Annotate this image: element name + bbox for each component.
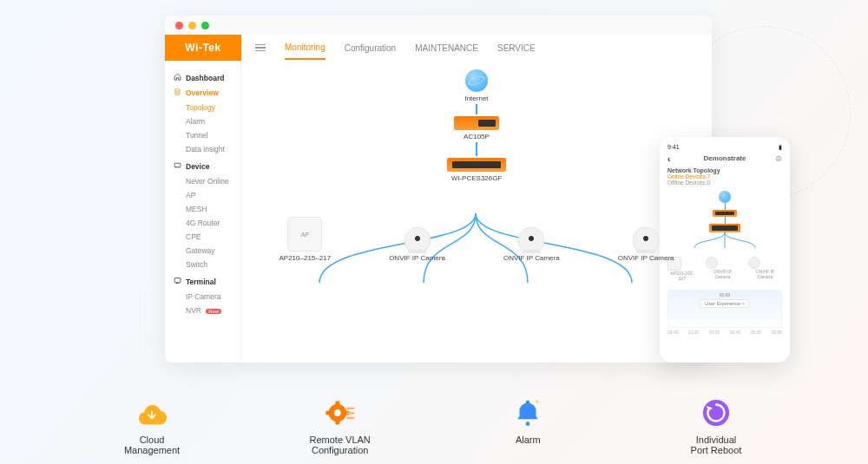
svg-rect-10 bbox=[346, 417, 355, 419]
sidebar-item-data-insight[interactable]: Data insight bbox=[174, 142, 240, 156]
refresh-icon bbox=[700, 396, 733, 429]
node-gateway[interactable]: AC105P bbox=[454, 116, 499, 141]
maximize-icon[interactable] bbox=[201, 22, 209, 29]
feature-row: Cloud Management Remote VLAN Configurati… bbox=[87, 396, 781, 455]
svg-rect-8 bbox=[346, 408, 355, 409]
svg-point-3 bbox=[334, 409, 341, 416]
node-switch[interactable]: WI-PCES326GF bbox=[447, 158, 506, 182]
node-label: ONVIF IP Camera bbox=[503, 254, 560, 262]
sidebar-item-ip-camera[interactable]: IP Camera bbox=[174, 290, 240, 304]
node-internet[interactable]: Internet bbox=[464, 69, 488, 102]
feature-alarm: Alarm bbox=[463, 396, 593, 455]
xaxis-tick: 21:20 bbox=[688, 330, 700, 335]
feature-vlan: Remote VLAN Configuration bbox=[275, 396, 405, 455]
sidebar-item-alarm[interactable]: Alarm bbox=[174, 114, 240, 128]
main-tabs: Monitoring Configuration MAINTENANCE SER… bbox=[241, 35, 536, 61]
node-label: ONVIF IP Camera bbox=[618, 254, 674, 262]
sidebar-label: Dashboard bbox=[186, 74, 224, 82]
sidebar-group-overview[interactable]: Overview bbox=[174, 88, 240, 97]
sidebar-label: Terminal bbox=[186, 278, 216, 286]
tab-maintenance[interactable]: MAINTENANCE bbox=[415, 37, 478, 59]
xaxis-tick: 02:40 bbox=[730, 330, 741, 335]
topology-canvas: Internet AC105P WI-PCES326GF AP bbox=[241, 61, 712, 363]
tab-configuration[interactable]: Configuration bbox=[345, 37, 396, 59]
window-titlebar bbox=[165, 16, 712, 35]
globe-icon bbox=[719, 191, 731, 203]
router-icon bbox=[454, 116, 499, 130]
gear-icon[interactable]: ⚙ bbox=[775, 154, 782, 163]
tab-monitoring[interactable]: Monitoring bbox=[285, 36, 326, 60]
sidebar-group-dashboard[interactable]: Dashboard bbox=[174, 73, 240, 82]
svg-rect-9 bbox=[346, 412, 355, 414]
sidebar-group-device[interactable]: Device bbox=[174, 161, 240, 171]
home-icon bbox=[174, 73, 181, 82]
feature-reboot: Individual Port Reboot bbox=[651, 396, 781, 455]
switch-icon bbox=[447, 158, 506, 172]
device-icon bbox=[174, 161, 181, 171]
node-label: AC105P bbox=[464, 133, 490, 141]
gear-icon bbox=[324, 396, 357, 429]
sidebar-item-cpe[interactable]: CPE bbox=[174, 230, 240, 244]
sidebar-label: Device bbox=[186, 162, 209, 171]
sidebar-group-terminal[interactable]: Terminal bbox=[174, 277, 240, 286]
phone-chart-xaxis: 18:40 21:20 00:00 02:40 05:20 08:00 bbox=[667, 330, 782, 335]
hamburger-icon[interactable] bbox=[255, 44, 266, 52]
phone-section: Network Topology bbox=[667, 167, 782, 173]
sidebar-item-4g-router[interactable]: 4G Router bbox=[174, 216, 240, 230]
phone-titlebar: ‹ Demonstrate ⚙ bbox=[667, 154, 782, 162]
router-icon bbox=[713, 210, 737, 217]
sidebar-item-switch[interactable]: Switch bbox=[174, 258, 240, 271]
sidebar-item-ap[interactable]: AP bbox=[174, 188, 240, 202]
node-ap[interactable]: AP AP210–215–217 bbox=[279, 217, 332, 262]
node-label: ONVIF IP Camera bbox=[389, 254, 445, 262]
sidebar-item-topology[interactable]: Topology bbox=[174, 101, 240, 114]
node-label: AP210–215–217 bbox=[279, 254, 332, 262]
logo: Wi‑Tek bbox=[165, 35, 241, 61]
phone-title: Demonstrate bbox=[704, 154, 746, 162]
camera-icon bbox=[748, 257, 760, 269]
sidebar-item-tunnel[interactable]: Tunnel bbox=[174, 128, 240, 142]
xaxis-tick: 18:40 bbox=[667, 330, 679, 335]
topology-link bbox=[725, 203, 726, 210]
sidebar: Dashboard Overview Topology Alarm Tunnel… bbox=[165, 61, 241, 363]
close-icon[interactable] bbox=[175, 22, 183, 29]
svg-rect-6 bbox=[326, 411, 330, 415]
node-label: WI-PCES326GF bbox=[451, 174, 503, 182]
sidebar-item-nvr[interactable]: NVR New bbox=[174, 304, 240, 317]
ap-icon: AP bbox=[287, 217, 322, 252]
feature-label: Remote VLAN Configuration bbox=[310, 435, 371, 455]
node-camera[interactable]: ONVIF IP Camera bbox=[503, 217, 560, 262]
camera-icon bbox=[628, 217, 663, 252]
camera-icon bbox=[514, 217, 549, 252]
topology-link bbox=[476, 142, 477, 156]
cloud-icon bbox=[135, 396, 168, 429]
globe-icon bbox=[465, 69, 488, 92]
sidebar-item-gateway[interactable]: Gateway bbox=[174, 244, 240, 258]
sidebar-label: Overview bbox=[186, 88, 219, 97]
node-label: ONVIF IP Camera bbox=[748, 269, 782, 279]
new-badge: New bbox=[206, 309, 221, 314]
svg-rect-5 bbox=[335, 421, 339, 425]
user-experience-button[interactable]: User Experience > bbox=[700, 299, 749, 308]
app-header: Wi‑Tek Monitoring Configuration MAINTENA… bbox=[165, 35, 712, 61]
feature-cloud: Cloud Management bbox=[87, 396, 217, 455]
back-icon[interactable]: ‹ bbox=[667, 154, 670, 164]
terminal-icon bbox=[174, 277, 181, 286]
node-label: ONVIF IP Camera bbox=[706, 269, 740, 279]
tab-service[interactable]: SERVICE bbox=[497, 37, 536, 59]
node-camera[interactable]: ONVIF IP Camera bbox=[618, 217, 674, 262]
xaxis-tick: 00:00 bbox=[709, 330, 720, 335]
sidebar-item-mesh[interactable]: MESH bbox=[174, 202, 240, 216]
app-window: Wi‑Tek Monitoring Configuration MAINTENA… bbox=[165, 16, 712, 363]
feature-label: Alarm bbox=[516, 435, 541, 445]
sidebar-item-never-online[interactable]: Never Online bbox=[174, 174, 240, 188]
node-label: Internet bbox=[464, 95, 488, 102]
layers-icon bbox=[174, 88, 181, 97]
node-camera[interactable]: ONVIF IP Camera bbox=[389, 217, 445, 262]
phone-time: 9:41 bbox=[667, 144, 680, 151]
camera-icon bbox=[400, 217, 435, 252]
topology-link bbox=[476, 104, 477, 114]
feature-label: Cloud Management bbox=[124, 435, 180, 455]
node-label: AP210-215-217 bbox=[667, 271, 697, 281]
minimize-icon[interactable] bbox=[188, 22, 196, 29]
